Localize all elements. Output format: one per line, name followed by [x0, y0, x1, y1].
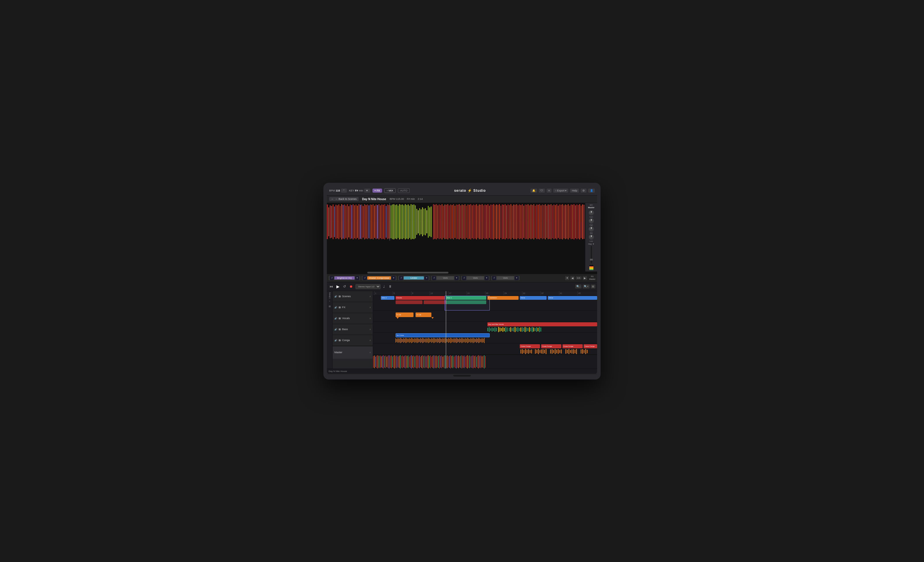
mid-knob[interactable] — [589, 227, 594, 231]
track-row-fx[interactable]: FX 08 FX 08 — [373, 311, 597, 322]
svg-rect-378 — [421, 356, 422, 368]
track-row-bass[interactable]: No Crime — [373, 333, 597, 344]
bpm-stepper[interactable]: ⌃ — [341, 189, 347, 192]
fx-slot-1-dropdown[interactable]: ▼ — [355, 276, 359, 280]
svg-rect-205 — [523, 328, 524, 331]
mix-button[interactable]: ↑ MIX — [384, 188, 396, 193]
master-fader-thumb[interactable] — [590, 259, 593, 260]
svg-rect-166 — [564, 205, 564, 238]
menu-icon[interactable]: ≡ — [547, 189, 552, 192]
clip-conga-2[interactable]: Cowa Conga — [541, 344, 561, 348]
clip-conga-4[interactable]: Cowa Conga — [584, 344, 597, 348]
main-timeline-area: Library › ▦ 🔊 S Scenes ∧ 🔊 — [327, 291, 597, 368]
low-knob[interactable] — [589, 234, 594, 240]
scenes-mute-button[interactable]: 🔊 — [334, 295, 337, 298]
fx-button[interactable]: + FX — [372, 189, 382, 192]
clip-conga-3[interactable]: Cowa Conga — [562, 344, 583, 348]
svg-rect-100 — [469, 205, 470, 239]
filter-button[interactable]: Filter ▼ — [588, 243, 594, 245]
notifications-icon[interactable]: 🔔 — [530, 189, 537, 192]
vocals-expand-button[interactable]: ∧ — [369, 317, 371, 320]
library-icon[interactable]: ▦ — [328, 305, 331, 308]
conga-solo-button[interactable]: S — [338, 339, 341, 341]
fx-slot-6-dropdown[interactable]: ▼ — [514, 276, 519, 280]
fx-solo-button[interactable]: S — [338, 307, 341, 308]
svg-rect-29 — [367, 204, 368, 239]
clip-breakdown[interactable]: Breakdown — [488, 296, 519, 300]
track-row-conga[interactable]: Cowa Conga Cowa Conga Cowa Conga Cowa Co… — [373, 344, 597, 355]
main-waveform[interactable]: // We'll generate this with CSS/SVG inli… — [327, 203, 585, 240]
clip-main1[interactable]: Main 1 — [446, 296, 486, 300]
clip-fx08-2[interactable]: FX 08 — [416, 313, 431, 317]
fx-expand-button[interactable]: ∧ — [369, 306, 371, 309]
clip-main-sub[interactable] — [446, 301, 486, 304]
clip-chords-sub[interactable] — [396, 301, 423, 304]
scenes-expand-button[interactable]: ∧ — [369, 295, 371, 298]
bass-expand-button[interactable]: ∧ — [369, 328, 371, 331]
metronome-button[interactable]: ♩ — [382, 284, 386, 289]
svg-rect-12 — [343, 205, 344, 239]
pause-button[interactable]: ⏸ — [387, 284, 393, 289]
account-icon[interactable]: 👤 — [588, 189, 595, 192]
export-button[interactable]: ↑ Export ▾ — [553, 189, 568, 192]
zoom-in-button[interactable]: 🔍+ — [583, 284, 590, 289]
track-row-scenes[interactable]: Intro 2 Chords Main 1 Breakdown Verse Ve… — [373, 296, 597, 311]
bass-mute-button[interactable]: 🔊 — [334, 328, 337, 331]
fx-slot-2-bypass[interactable]: ↺ — [363, 276, 367, 280]
record-button[interactable]: ⏺ — [348, 284, 354, 289]
shield-icon[interactable]: 🛡 — [539, 189, 545, 192]
scenes-solo-button[interactable]: S — [338, 295, 341, 298]
svg-rect-182 — [489, 327, 489, 332]
rewind-button[interactable]: ⏮ — [328, 284, 334, 289]
fx-slot-4-dropdown[interactable]: ▼ — [454, 276, 459, 280]
clip-verse-1[interactable]: Verse — [520, 296, 547, 300]
vocals-mute-button[interactable]: 🔊 — [334, 317, 337, 320]
clip-conga-1[interactable]: Cowa Conga — [520, 344, 540, 348]
waveform-scrollbar[interactable] — [327, 272, 597, 274]
vocals-solo-button[interactable]: S — [338, 317, 341, 319]
scrollbar-thumb[interactable] — [367, 272, 448, 273]
back-to-scenes-button[interactable]: ← ← Back to Scenes — [329, 197, 358, 201]
clip-vocals[interactable]: Day and Nite Vocals — [488, 322, 597, 326]
library-expand-icon[interactable]: › — [329, 299, 330, 303]
prev-page-button[interactable]: ◀ — [570, 276, 574, 280]
fx-slot-4-bypass[interactable]: ↺ — [432, 276, 436, 280]
svg-rect-123 — [502, 204, 503, 239]
conga-expand-button[interactable]: ∧ — [369, 339, 371, 342]
add-fx-button[interactable]: + — [565, 276, 569, 280]
bass-solo-button[interactable]: S — [338, 328, 341, 331]
track-row-vocals[interactable]: Day and Nite Vocals — [373, 322, 597, 333]
help-button[interactable]: Help — [570, 189, 579, 192]
fx-slot-2-dropdown[interactable]: ▼ — [392, 276, 396, 280]
clip-intro2[interactable]: Intro 2 — [381, 296, 394, 300]
clip-chords-sub2[interactable] — [424, 301, 446, 304]
high-knob[interactable] — [589, 218, 594, 224]
svg-rect-175 — [576, 204, 577, 239]
fx-slot-6-bypass[interactable]: ↺ — [492, 276, 496, 280]
settings-icon[interactable]: ⚙ — [580, 189, 586, 192]
key-dropdown[interactable]: ▼ — [364, 189, 370, 192]
fx-slot-3-dropdown[interactable]: ▼ — [424, 276, 429, 280]
svg-rect-164 — [561, 205, 562, 239]
play-button[interactable]: ▶ — [336, 284, 340, 289]
track-row-master[interactable] — [373, 355, 597, 368]
clip-verse-2[interactable]: Verse — [548, 296, 597, 300]
auto-button[interactable]: AUTO — [398, 188, 410, 193]
next-page-button[interactable]: ▶ — [583, 276, 587, 280]
clip-nocrime[interactable]: No Crime — [396, 333, 490, 337]
zoom-out-button[interactable]: 🔍- — [575, 284, 582, 289]
master-expand-button[interactable]: ∧ — [369, 351, 371, 354]
clip-fx08-1[interactable]: FX 08 — [396, 313, 414, 317]
clip-chords[interactable]: Chords — [396, 296, 445, 300]
fx-slot-1-bypass[interactable]: ↺ — [330, 276, 334, 280]
loop-button[interactable]: ↺ — [342, 284, 347, 289]
fx-slot-3-bypass[interactable]: ↺ — [399, 276, 403, 280]
conga-mute-button[interactable]: 🔊 — [334, 339, 337, 342]
fx-slot-5-bypass[interactable]: ↺ — [462, 276, 466, 280]
fx-mute-button[interactable]: 🔊 — [334, 306, 337, 309]
gain-knob[interactable] — [589, 210, 594, 215]
scene-view-button[interactable]: ⊞ — [591, 284, 596, 289]
fx-slot-5-dropdown[interactable]: ▼ — [484, 276, 489, 280]
svg-rect-362 — [404, 356, 404, 367]
input-select[interactable]: Stereo Input 1/2 — [356, 284, 381, 289]
